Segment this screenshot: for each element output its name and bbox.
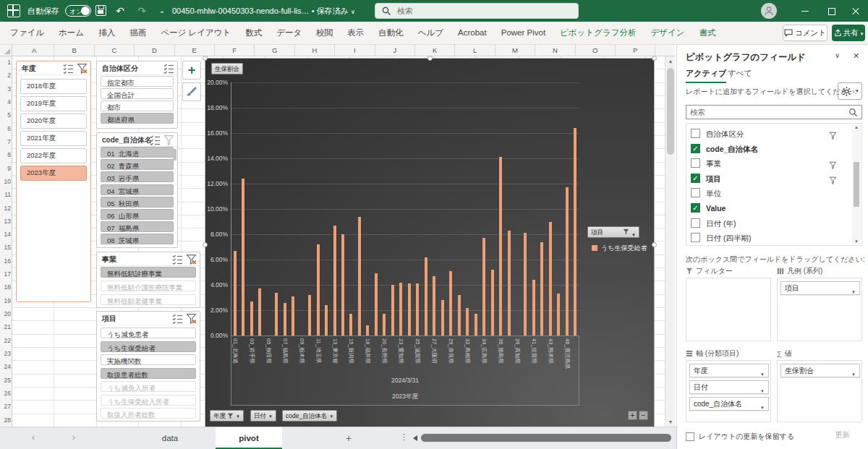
autosave-toggle[interactable]: オン — [65, 5, 91, 17]
row-header-8[interactable]: 8 — [0, 151, 11, 158]
slicer-item-06_山形県[interactable]: 06_山形県 — [101, 209, 174, 220]
axis-field-button-code[interactable]: code_自治体名▼ — [282, 410, 337, 422]
resize-handle[interactable] — [652, 56, 657, 61]
undo-icon[interactable]: ↶ — [113, 4, 127, 18]
chart-styles-button[interactable] — [182, 82, 201, 101]
tab-active[interactable]: アクティブ — [686, 68, 726, 83]
zoom-out-button[interactable]: − — [639, 411, 648, 420]
zone-item-項目[interactable]: 項目▼ — [780, 281, 860, 295]
ribbon-tab-自動化[interactable]: 自動化 — [371, 22, 411, 45]
field-checkbox[interactable]: ✓ — [691, 203, 700, 213]
column-header-L[interactable]: L — [455, 45, 495, 56]
column-header-H[interactable]: H — [295, 45, 335, 56]
column-header-E[interactable]: E — [175, 45, 215, 56]
row-header-21[interactable]: 21 — [0, 323, 11, 330]
share-button[interactable]: 共有 ▾ — [832, 25, 865, 41]
row-header-19[interactable]: 19 — [0, 297, 11, 304]
chart-elements-button[interactable]: + — [182, 61, 201, 80]
chevron-down-icon[interactable]: ▼ — [851, 369, 856, 381]
slicer-item-2018年度[interactable]: 2018年度 — [20, 79, 87, 94]
slicer-item-指定都市[interactable]: 指定都市 — [101, 76, 174, 87]
column-header-I[interactable]: I — [335, 45, 375, 56]
ribbon-tab-Power Pivot[interactable]: Power Pivot — [494, 22, 553, 45]
field-row-自治体区分[interactable]: 自治体区分 — [691, 127, 850, 142]
field-checkbox[interactable] — [691, 188, 700, 197]
row-header-1[interactable]: 1 — [0, 59, 11, 66]
resize-handle[interactable] — [203, 56, 208, 61]
chevron-down-icon[interactable]: ∨ — [835, 51, 840, 59]
field-row-単位[interactable]: 単位 — [691, 186, 850, 201]
zone-item-code_自治体名[interactable]: code_自治体名▼ — [689, 397, 769, 411]
axis-field-button-hizuke[interactable]: 日付▼ — [250, 410, 276, 422]
column-header-O[interactable]: O — [576, 45, 616, 56]
slicer-事業[interactable]: 事業無料低額診療事業無料低額介護医療院事業無料低額老健事業 — [96, 252, 200, 308]
saved-status[interactable]: 保存済み — [317, 7, 349, 15]
axis-zone[interactable]: 年度▼日付▼code_自治体名▼ — [686, 360, 771, 422]
row-headers[interactable]: 1234567891011121314151617181920212223242… — [0, 56, 12, 427]
slicer-code_自治体名[interactable]: code_自治体名01_北海道02_青森県03_岩手県04_宮城県05_秋田県0… — [96, 132, 178, 248]
row-header-9[interactable]: 9 — [0, 165, 11, 172]
ribbon-tab-書式[interactable]: 書式 — [692, 22, 723, 45]
ribbon-tab-数式[interactable]: 数式 — [238, 22, 269, 45]
row-header-23[interactable]: 23 — [0, 350, 11, 357]
chevron-down-icon[interactable]: ▼ — [760, 369, 765, 381]
row-header-17[interactable]: 17 — [0, 270, 11, 278]
sheet-options-icon[interactable]: ⋮ — [400, 432, 409, 442]
field-checkbox[interactable]: ✓ — [691, 174, 700, 183]
value-field-button[interactable]: 生保割合 — [211, 63, 243, 74]
row-header-4[interactable]: 4 — [0, 98, 11, 106]
scroll-down-icon[interactable]: ▼ — [852, 239, 861, 244]
slicer-scrollbar[interactable] — [173, 149, 176, 244]
row-header-28[interactable]: 28 — [0, 416, 11, 424]
resize-handle[interactable] — [652, 242, 657, 247]
hscroll-left-icon[interactable] — [413, 435, 417, 441]
clear-filter-icon[interactable] — [77, 63, 88, 74]
column-header-B[interactable]: B — [54, 45, 94, 56]
column-header-P[interactable]: P — [616, 45, 655, 56]
zoom-in-button[interactable]: + — [628, 411, 637, 420]
ribbon-tab-デザイン[interactable]: デザイン — [643, 22, 692, 45]
values-zone[interactable]: 生保割合▼ — [777, 360, 862, 422]
sheet-tab-pivot[interactable]: pivot — [216, 427, 282, 449]
legend-zone[interactable]: 項目▼ — [777, 278, 862, 341]
redo-icon[interactable]: ↷ — [135, 4, 149, 18]
field-checkbox[interactable] — [691, 233, 700, 242]
slicer-item-2023年度[interactable]: 2023年度 — [20, 166, 87, 181]
field-checkbox[interactable]: ✓ — [691, 144, 700, 153]
slicer-自治体区分[interactable]: 自治体区分指定都市全国合計都市都道府県 — [96, 61, 178, 129]
chevron-down-icon[interactable]: ▼ — [760, 385, 765, 398]
axis-field-button-nendo[interactable]: 年度▼ — [210, 410, 244, 422]
column-header-J[interactable]: J — [375, 45, 415, 56]
field-row-code_自治体名[interactable]: ✓code_自治体名 — [691, 142, 850, 157]
funnel-icon[interactable] — [163, 134, 174, 145]
resize-handle[interactable] — [427, 56, 433, 61]
row-header-12[interactable]: 12 — [0, 205, 11, 212]
column-header-G[interactable]: G — [255, 45, 294, 56]
row-header-22[interactable]: 22 — [0, 337, 11, 344]
update-button[interactable]: 更新 — [835, 430, 850, 440]
avatar[interactable] — [761, 3, 777, 19]
prev-sheet-icon[interactable]: ‹ — [32, 432, 35, 442]
slicer-item-02_青森県[interactable]: 02_青森県 — [101, 159, 174, 170]
ribbon-tab-ピボットグラフ分析[interactable]: ピボットグラフ分析 — [553, 22, 643, 45]
multiselect-icon[interactable] — [172, 254, 183, 265]
slicer-item-無料低額診療事業[interactable]: 無料低額診療事業 — [101, 267, 196, 278]
column-header-D[interactable]: D — [135, 45, 174, 56]
column-header-N[interactable]: N — [535, 45, 575, 56]
legend-field-button[interactable]: 項目▼ — [587, 226, 639, 238]
add-sheet-button[interactable]: + — [340, 427, 357, 449]
slicer-item-うち減免入所者[interactable]: うち減免入所者 — [101, 381, 196, 392]
row-header-26[interactable]: 26 — [0, 390, 11, 397]
pivot-chart[interactable]: 0.00%2.00%4.00%6.00%8.00%10.00%12.00%14.… — [205, 58, 655, 430]
defer-layout-checkbox[interactable] — [686, 432, 694, 441]
row-header-15[interactable]: 15 — [0, 244, 11, 251]
scroll-up-icon[interactable]: ▲ — [665, 56, 676, 66]
ribbon-tab-ヘルプ[interactable]: ヘルプ — [411, 22, 451, 45]
ribbon-tab-表示[interactable]: 表示 — [340, 22, 371, 45]
next-sheet-icon[interactable]: › — [72, 432, 75, 442]
slicer-item-2022年度[interactable]: 2022年度 — [20, 148, 87, 163]
maximize-button[interactable] — [819, 0, 843, 22]
row-header-5[interactable]: 5 — [0, 111, 11, 119]
field-row-項目[interactable]: ✓項目 — [691, 171, 850, 187]
row-header-10[interactable]: 10 — [0, 178, 11, 185]
